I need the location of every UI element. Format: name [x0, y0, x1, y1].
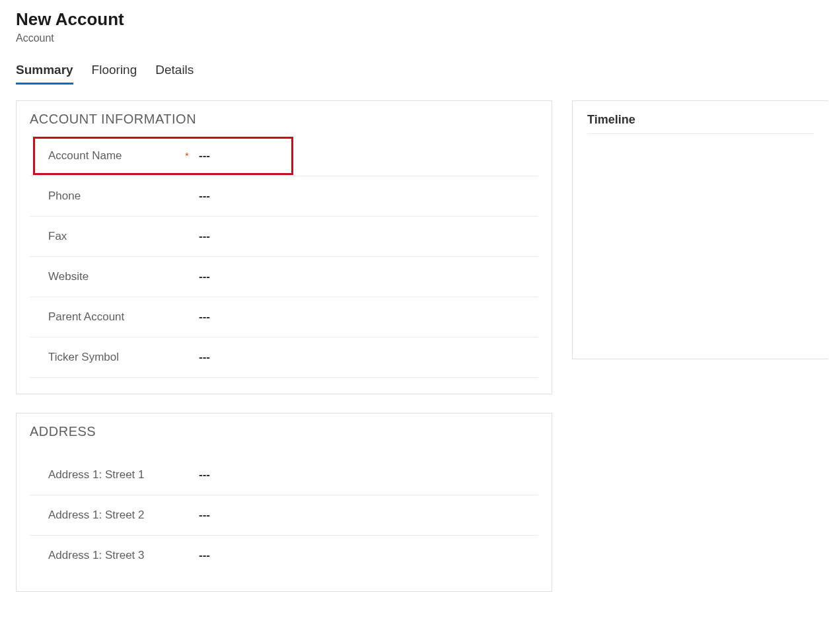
page-subtitle: Account [16, 32, 829, 44]
field-address1-street1[interactable]: Address 1: Street 1 --- [30, 455, 538, 495]
required-indicator-icon: * [180, 151, 194, 161]
field-ticker-symbol[interactable]: Ticker Symbol --- [30, 338, 538, 378]
label-address1-street3: Address 1: Street 3 [48, 549, 180, 562]
label-address1-street1: Address 1: Street 1 [48, 468, 180, 482]
field-account-name[interactable]: Account Name * --- [34, 137, 293, 174]
value-address1-street1[interactable]: --- [194, 468, 538, 482]
value-ticker-symbol[interactable]: --- [194, 351, 538, 364]
page-title: New Account [16, 9, 829, 30]
field-fax[interactable]: Fax --- [30, 217, 538, 257]
field-phone[interactable]: Phone --- [30, 176, 538, 217]
timeline-title: Timeline [587, 113, 814, 134]
field-address1-street3[interactable]: Address 1: Street 3 --- [30, 536, 538, 575]
address-section: ADDRESS Address 1: Street 1 --- Address … [16, 413, 552, 592]
label-account-name: Account Name [48, 149, 180, 162]
label-address1-street2: Address 1: Street 2 [48, 509, 180, 522]
timeline-panel: Timeline [572, 100, 828, 359]
label-website: Website [48, 270, 180, 283]
tab-flooring[interactable]: Flooring [92, 63, 137, 85]
tabs-container: Summary Flooring Details [16, 63, 829, 85]
value-phone[interactable]: --- [194, 190, 538, 203]
account-information-section: ACCOUNT INFORMATION Account Name * --- P… [16, 100, 552, 394]
tab-summary[interactable]: Summary [16, 63, 73, 85]
value-fax[interactable]: --- [194, 230, 538, 243]
label-ticker-symbol: Ticker Symbol [48, 351, 180, 364]
value-address1-street3[interactable]: --- [194, 549, 538, 562]
section-title-address: ADDRESS [30, 424, 538, 439]
field-address1-street2[interactable]: Address 1: Street 2 --- [30, 495, 538, 536]
value-account-name[interactable]: --- [194, 149, 293, 162]
section-title-account-information: ACCOUNT INFORMATION [30, 112, 538, 127]
field-website[interactable]: Website --- [30, 257, 538, 297]
tab-details[interactable]: Details [155, 63, 194, 85]
value-address1-street2[interactable]: --- [194, 509, 538, 522]
field-parent-account[interactable]: Parent Account --- [30, 297, 538, 338]
label-fax: Fax [48, 230, 180, 243]
value-parent-account[interactable]: --- [194, 310, 538, 324]
value-website[interactable]: --- [194, 270, 538, 283]
label-phone: Phone [48, 190, 180, 203]
label-parent-account: Parent Account [48, 310, 180, 324]
